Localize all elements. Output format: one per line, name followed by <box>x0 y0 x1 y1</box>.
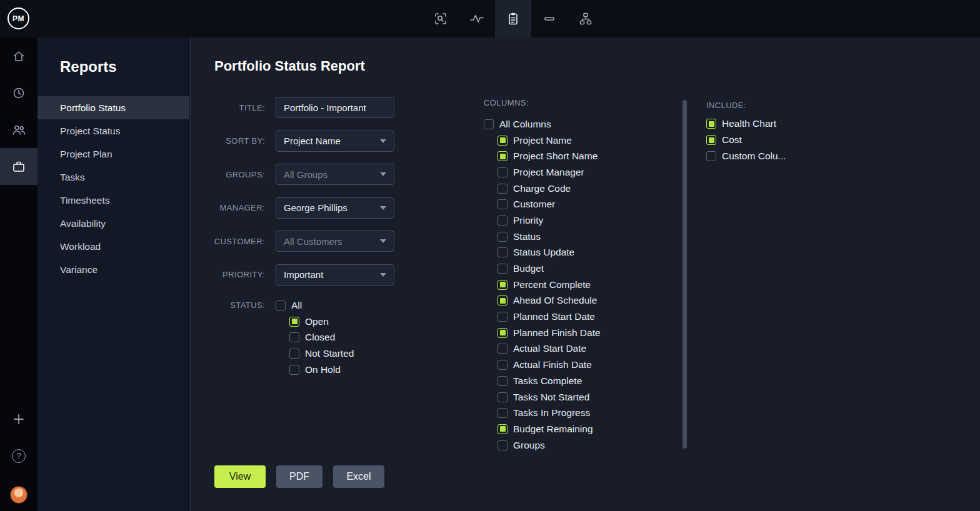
user-avatar[interactable] <box>0 482 38 507</box>
column-option: Actual Start Date <box>498 341 601 357</box>
manager-select[interactable]: George Phillips <box>276 197 394 219</box>
groups-value: All Groups <box>284 169 328 180</box>
checkbox-charge-code[interactable] <box>498 184 508 194</box>
add-icon[interactable] <box>0 400 38 437</box>
top-bar: PM <box>0 0 980 37</box>
checkbox-status-open[interactable] <box>289 317 299 327</box>
checkbox-planned-start-date[interactable] <box>498 312 508 322</box>
sidebar-item-availability[interactable]: Availability <box>38 212 189 235</box>
checkbox-ahead-of-schedule[interactable] <box>498 295 508 305</box>
zoom-search-icon[interactable] <box>422 0 459 37</box>
checkbox-all-columns[interactable] <box>484 119 494 129</box>
checkbox-percent-complete[interactable] <box>498 280 508 290</box>
checkbox-budget-remaining[interactable] <box>498 424 508 434</box>
column-option: Project Short Name <box>498 148 601 164</box>
column-option: Percent Complete <box>498 277 601 293</box>
column-label: Status <box>513 231 541 242</box>
checkbox-tasks-complete[interactable] <box>498 376 508 386</box>
include-panel: INCLUDE: Health Chart Cost Custom Colu..… <box>706 101 786 164</box>
column-option: Customer <box>498 196 601 212</box>
customer-value: All Customers <box>284 236 342 247</box>
column-label: Planned Finish Date <box>513 327 601 339</box>
column-label: Charge Code <box>513 183 571 194</box>
checkbox-health-chart[interactable] <box>706 119 716 129</box>
checkbox-project-short-name[interactable] <box>498 151 508 161</box>
projects-icon[interactable] <box>0 148 38 185</box>
title-input[interactable] <box>276 97 394 118</box>
column-option: Priority <box>498 212 601 229</box>
checkbox-project-name[interactable] <box>498 136 508 146</box>
sort-by-select[interactable]: Project Name <box>276 131 394 152</box>
help-icon[interactable]: ? <box>0 437 38 474</box>
checkbox-status-all[interactable] <box>276 300 286 310</box>
checkbox-status-closed[interactable] <box>289 332 299 342</box>
view-button[interactable]: View <box>214 465 266 488</box>
left-rail: ? <box>0 37 38 511</box>
dash-icon[interactable] <box>531 0 568 37</box>
checkbox-cost[interactable] <box>706 135 716 145</box>
activity-icon[interactable] <box>459 0 495 37</box>
customer-select[interactable]: All Customers <box>276 231 394 252</box>
avatar <box>10 486 28 504</box>
workflow-icon[interactable] <box>568 0 604 37</box>
columns-scrollbar[interactable] <box>682 100 687 449</box>
checkbox-custom-column[interactable] <box>706 151 716 161</box>
column-label: Budget Remaining <box>513 424 593 435</box>
checkbox-actual-start-date[interactable] <box>498 344 508 354</box>
manager-value: George Phillips <box>284 202 348 213</box>
checkbox-priority[interactable] <box>498 216 508 226</box>
report-icon[interactable] <box>495 0 531 37</box>
columns-panel: COLUMNS: All Columns Project Name Projec… <box>484 98 601 453</box>
include-label: Custom Colu... <box>722 151 786 162</box>
page-title: Portfolio Status Report <box>214 58 365 74</box>
sidebar-item-tasks[interactable]: Tasks <box>38 166 189 189</box>
column-options-list: Project Name Project Short Name Project … <box>498 132 601 454</box>
help-question-mark: ? <box>12 449 26 463</box>
home-icon[interactable] <box>0 37 38 74</box>
sidebar-item-timesheets[interactable]: Timesheets <box>38 189 189 212</box>
column-label: All Columns <box>499 119 551 130</box>
sidebar-item-variance[interactable]: Variance <box>38 258 189 281</box>
column-label: Budget <box>513 263 544 274</box>
status-option-on-hold: On Hold <box>289 362 354 378</box>
column-option: Charge Code <box>498 181 601 197</box>
sidebar-item-portfolio-status[interactable]: Portfolio Status <box>38 96 189 119</box>
sidebar-item-project-status[interactable]: Project Status <box>38 119 189 142</box>
checkbox-budget[interactable] <box>498 264 508 274</box>
checkbox-planned-finish-date[interactable] <box>498 328 508 338</box>
column-label: Customer <box>513 199 555 210</box>
checkbox-status-update[interactable] <box>498 247 508 257</box>
status-option-label: Not Started <box>305 348 354 359</box>
sidebar-item-workload[interactable]: Workload <box>38 235 189 258</box>
checkbox-status-not-started[interactable] <box>289 349 299 359</box>
column-option: Tasks In Progress <box>498 405 601 421</box>
checkbox-status[interactable] <box>498 232 508 242</box>
checkbox-tasks-not-started[interactable] <box>498 392 508 402</box>
checkbox-groups[interactable] <box>498 440 508 450</box>
include-section-label: INCLUDE: <box>706 101 786 110</box>
column-option: Status <box>498 229 601 245</box>
checkbox-customer[interactable] <box>498 199 508 209</box>
chevron-down-icon <box>380 206 386 210</box>
groups-select[interactable]: All Groups <box>276 164 394 185</box>
column-label: Tasks Complete <box>513 375 582 387</box>
pdf-button[interactable]: PDF <box>276 465 322 488</box>
column-option: Project Manager <box>498 164 601 181</box>
column-label: Priority <box>513 215 543 226</box>
status-option-open: Open <box>289 314 354 330</box>
column-label: Percent Complete <box>513 279 591 290</box>
include-option: Custom Colu... <box>706 148 786 164</box>
checkbox-status-on-hold[interactable] <box>289 365 299 375</box>
column-option: Planned Start Date <box>498 309 601 325</box>
sidebar-item-project-plan[interactable]: Project Plan <box>38 142 189 166</box>
reports-sidebar: Reports Portfolio Status Project Status … <box>38 37 191 511</box>
checkbox-tasks-in-progress[interactable] <box>498 408 508 418</box>
excel-button[interactable]: Excel <box>333 465 384 488</box>
team-icon[interactable] <box>0 111 38 148</box>
clock-icon[interactable] <box>0 74 38 111</box>
priority-select[interactable]: Important <box>276 264 394 285</box>
checkbox-actual-finish-date[interactable] <box>498 360 508 370</box>
column-label: Groups <box>513 440 545 451</box>
checkbox-project-manager[interactable] <box>498 167 508 177</box>
include-label: Health Chart <box>722 118 776 129</box>
